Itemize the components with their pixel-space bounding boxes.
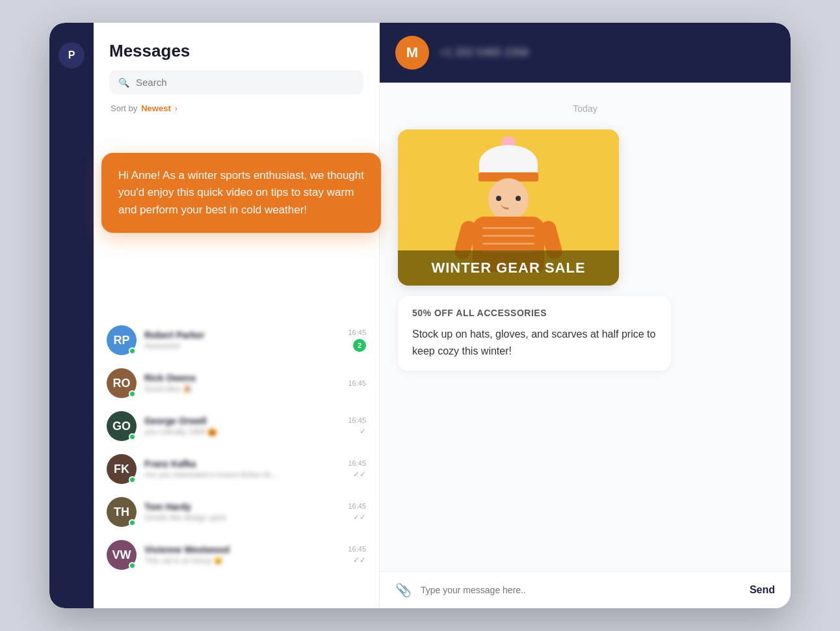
contact-item[interactable]: RP Robert Parker Awesome! 16:45 2 — [99, 319, 374, 362]
sort-chevron[interactable]: › — [175, 103, 177, 113]
promo-message-bubble: 50% OFF ALL ACCESSORIES Stock up on hats… — [398, 296, 671, 371]
avatar-wrap: RO — [107, 368, 137, 398]
contact-meta: 16:45 ✓ — [348, 416, 366, 436]
contacts-list: RP Robert Parker Awesome! 16:45 2 RO Ric… — [94, 319, 379, 608]
promo-body: Stock up on hats, gloves, and scarves at… — [412, 326, 657, 359]
chat-messages: Today — [380, 83, 791, 571]
chat-header: M +1 202 5465 2356 — [380, 23, 791, 83]
tooltip-text: Hi Anne! As a winter sports enthusiast, … — [118, 169, 364, 216]
contact-meta: 16:45 ✓✓ — [348, 459, 366, 479]
contact-time: 16:45 — [348, 459, 366, 467]
avatar-wrap: FK — [107, 454, 137, 484]
chat-header-phone: +1 202 5465 2356 — [440, 46, 529, 59]
tooltip-bubble: Hi Anne! As a winter sports enthusiast, … — [101, 153, 381, 233]
online-indicator — [129, 476, 136, 483]
contact-name: Rick Owens — [144, 373, 340, 383]
avatar-wrap: RP — [107, 325, 137, 355]
messages-panel: Messages 🔍 Sort by Newest › Hi Anne! As … — [94, 23, 380, 608]
chat-header-info: +1 202 5465 2356 — [440, 46, 529, 59]
sale-banner: WINTER GEAR SALE — [398, 250, 619, 286]
contact-meta: 16:45 ✓✓ — [348, 502, 366, 522]
image-card-img: WINTER GEAR SALE — [398, 129, 619, 286]
double-tick-icon: ✓✓ — [353, 513, 366, 522]
message-input[interactable] — [421, 585, 741, 595]
search-input[interactable] — [136, 77, 354, 88]
online-indicator — [129, 433, 136, 440]
online-indicator — [129, 562, 136, 569]
attach-icon[interactable]: 📎 — [395, 582, 412, 598]
contact-info: George Orwell you Literally 1984 🎃 — [144, 416, 340, 436]
contact-name: Tom Hardy — [144, 502, 340, 512]
contact-preview: Are you interested in insect-fiction fic… — [144, 470, 340, 479]
search-icon: 🔍 — [118, 77, 129, 88]
unread-badge: 2 — [353, 339, 366, 352]
contact-preview: you Literally 1984 🎃 — [144, 427, 340, 436]
contact-item[interactable]: FK Franz Kafka Are you interested in ins… — [99, 448, 374, 490]
contact-name: Robert Parker — [144, 330, 340, 340]
contact-name: Vivienne Westwood — [144, 544, 340, 555]
online-indicator — [129, 390, 136, 397]
double-tick-icon: ✓✓ — [353, 556, 366, 565]
contact-name: Franz Kafka — [144, 459, 340, 469]
contact-info: Vivienne Westwood This cat is so funny 🐱 — [144, 544, 340, 565]
double-tick-icon: ✓✓ — [353, 470, 366, 479]
contact-info: Rick Owens Good idea 🎉 — [144, 373, 340, 394]
chat-panel: M +1 202 5465 2356 Today — [380, 23, 791, 608]
messages-header: Messages 🔍 Sort by Newest › — [94, 23, 379, 130]
contact-info: Franz Kafka Are you interested in insect… — [144, 459, 340, 479]
avatar-wrap: GO — [107, 411, 137, 441]
avatar-wrap: VW — [107, 540, 137, 570]
search-bar[interactable]: 🔍 — [109, 70, 363, 94]
tick-icon: ✓ — [360, 427, 366, 436]
promo-title: 50% OFF ALL ACCESSORIES — [412, 308, 657, 318]
contact-item[interactable]: RO Rick Owens Good idea 🎉 16:45 — [99, 362, 374, 405]
contact-name: George Orwell — [144, 416, 340, 426]
send-button[interactable]: Send — [750, 584, 775, 596]
contact-time: 16:45 — [348, 545, 366, 553]
chat-header-avatar: M — [395, 36, 429, 70]
contact-preview: This cat is so funny 🐱 — [144, 556, 340, 565]
avatar-wrap: TH — [107, 497, 137, 527]
nav-sidebar: P — [49, 23, 94, 608]
sort-row: Sort by Newest › — [109, 103, 363, 120]
contact-meta: 16:45 2 — [348, 329, 366, 352]
contact-time: 16:45 — [348, 502, 366, 510]
contact-preview: Good idea 🎉 — [144, 384, 340, 394]
contact-info: Robert Parker Awesome! — [144, 330, 340, 351]
contact-meta: 16:45 ✓✓ — [348, 545, 366, 565]
sort-dropdown[interactable]: Newest — [141, 103, 171, 113]
messages-title: Messages — [109, 41, 363, 61]
contact-info: Tom Hardy Smells like design spirit. — [144, 502, 340, 522]
contact-item[interactable]: GO George Orwell you Literally 1984 🎃 16… — [99, 405, 374, 448]
contact-time: 16:45 — [348, 416, 366, 424]
contact-item[interactable]: TH Tom Hardy Smells like design spirit. … — [99, 490, 374, 533]
contact-preview: Smells like design spirit. — [144, 513, 340, 522]
contact-time: 16:45 — [348, 379, 366, 387]
date-divider: Today — [398, 103, 772, 114]
sort-label: Sort by — [111, 103, 137, 113]
chat-input-area: 📎 Send — [380, 571, 791, 608]
contact-preview: Awesome! — [144, 342, 340, 351]
image-card: WINTER GEAR SALE — [398, 129, 619, 286]
contact-item[interactable]: VW Vivienne Westwood This cat is so funn… — [99, 533, 374, 576]
nav-user-avatar[interactable]: P — [59, 42, 85, 68]
contact-time: 16:45 — [348, 329, 366, 336]
app-container: P Messages 🔍 Sort by Newest › Hi Anne! A… — [49, 23, 791, 608]
online-indicator — [129, 347, 136, 355]
online-indicator — [129, 519, 136, 526]
contact-meta: 16:45 — [348, 379, 366, 387]
